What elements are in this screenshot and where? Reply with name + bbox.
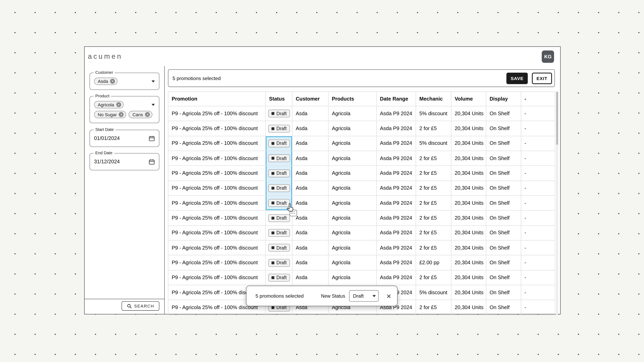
new-status-dropdown[interactable]: Draft xyxy=(349,290,379,302)
product-chip[interactable]: Agricola × xyxy=(94,101,123,108)
remove-chip-icon[interactable]: × xyxy=(119,112,124,117)
status-cell[interactable]: Draft xyxy=(266,240,292,255)
save-button[interactable]: SAVE xyxy=(506,72,528,84)
status-cell[interactable]: Draft xyxy=(266,181,292,195)
column-header-date-range[interactable]: Date Range xyxy=(376,92,416,106)
table-row[interactable]: P9 - Agricola 25% off - 100% discount Dr… xyxy=(168,240,555,255)
end-date-field[interactable]: End Date 31/12/2024 xyxy=(90,153,160,170)
column-header-status[interactable]: Status xyxy=(266,92,292,106)
customer-chip[interactable]: Asda × xyxy=(94,78,117,85)
column-header-promotion[interactable]: Promotion xyxy=(168,92,266,106)
start-date-field[interactable]: Start Date 01/01/2024 xyxy=(90,130,160,147)
status-cell[interactable]: Draft xyxy=(266,106,292,121)
calendar-icon[interactable] xyxy=(149,159,155,165)
table-row[interactable]: P9 - Agricola 25% off - 100% discount Dr… xyxy=(168,270,555,285)
product-chip[interactable]: Cans × xyxy=(129,111,152,118)
customer-select[interactable]: Customer Asda × xyxy=(90,73,160,90)
status-chip-label: Draft xyxy=(276,126,286,131)
user-avatar[interactable]: KG xyxy=(542,50,554,63)
status-chip[interactable]: Draft xyxy=(268,214,290,222)
end-date-value[interactable]: 31/12/2024 xyxy=(94,159,120,165)
chevron-down-icon xyxy=(373,295,376,297)
column-header-products[interactable]: Products xyxy=(328,92,376,106)
scrollbar-thumb[interactable] xyxy=(556,91,558,145)
chevron-down-icon[interactable] xyxy=(152,104,155,106)
customer-cell: Asda xyxy=(292,270,328,285)
start-date-value[interactable]: 01/01/2024 xyxy=(94,135,120,141)
table-row[interactable]: P9 - Agricola 25% off - 100% discount Dr… xyxy=(168,196,555,211)
remove-chip-icon[interactable]: × xyxy=(145,112,150,117)
status-chip-label: Draft xyxy=(276,186,286,190)
date-range-cell: Asda P9 2024 xyxy=(376,136,416,151)
volume-cell: 20,304 Units xyxy=(451,121,486,136)
status-cell[interactable]: Draft xyxy=(266,225,292,240)
products-cell: Agricola xyxy=(328,225,376,240)
product-chip-label: No Sugar xyxy=(98,112,117,117)
close-icon[interactable]: ✕ xyxy=(386,293,392,299)
column-header-extra[interactable]: - xyxy=(521,92,555,106)
sidebar-divider xyxy=(164,66,164,314)
table-scrollbar[interactable] xyxy=(556,91,558,315)
status-chip[interactable]: Draft xyxy=(268,154,290,162)
column-header-customer[interactable]: Customer xyxy=(292,92,328,106)
calendar-icon[interactable] xyxy=(149,135,155,141)
status-chip[interactable]: Draft xyxy=(268,229,290,237)
status-square-icon xyxy=(272,187,274,189)
volume-cell: 20,304 Units xyxy=(451,225,486,240)
status-chip[interactable]: Draft xyxy=(268,274,290,282)
table-row[interactable]: P9 - Agricola 25% off - 100% discount Dr… xyxy=(168,181,555,195)
product-chip[interactable]: No Sugar × xyxy=(94,111,126,118)
exit-button[interactable]: EXIT xyxy=(532,72,552,84)
table-row[interactable]: P9 - Agricola 25% off - 100% discount Dr… xyxy=(168,151,555,166)
remove-chip-icon[interactable]: × xyxy=(110,79,115,84)
column-header-display[interactable]: Display xyxy=(486,92,521,106)
status-cell[interactable]: Draft xyxy=(266,121,292,136)
remove-chip-icon[interactable]: × xyxy=(116,102,121,107)
display-cell: On Shelf xyxy=(486,181,521,195)
promotion-cell: P9 - Agricola 25% off - 100% discount xyxy=(168,181,266,195)
products-cell: Agricola xyxy=(328,136,376,151)
table-row[interactable]: P9 - Agricola 25% off - 100% discount Dr… xyxy=(168,121,555,136)
extra-cell: - xyxy=(521,106,555,121)
new-status-dropdown-value: Draft xyxy=(353,293,364,299)
display-cell: On Shelf xyxy=(486,196,521,211)
status-chip[interactable]: Draft xyxy=(268,169,290,177)
new-status-label: New Status xyxy=(321,293,345,298)
app-logo: acumen xyxy=(88,52,122,61)
table-row[interactable]: P9 - Agricola 25% off - 100% discount Dr… xyxy=(168,211,555,225)
status-square-icon xyxy=(272,157,274,160)
table-row[interactable]: P9 - Agricola 25% off - 100% discount Dr… xyxy=(168,166,555,181)
status-chip[interactable]: Draft xyxy=(268,259,290,267)
promotion-cell: P9 - Agricola 25% off - 100% discount xyxy=(168,106,266,121)
customer-cell: Asda xyxy=(292,151,328,166)
display-cell: On Shelf xyxy=(486,225,521,240)
status-chip[interactable]: Draft xyxy=(268,244,290,252)
status-square-icon xyxy=(272,142,274,145)
status-cell[interactable]: Draft xyxy=(266,166,292,181)
column-header-mechanic[interactable]: Mechanic xyxy=(416,92,451,106)
volume-cell: 20,304 Units xyxy=(451,136,486,151)
promotion-cell: P9 - Agricola 25% off - 100% discount xyxy=(168,151,266,166)
status-chip[interactable]: Draft xyxy=(268,124,290,132)
status-chip[interactable]: Draft xyxy=(268,110,290,117)
status-cell[interactable]: Draft xyxy=(266,136,292,151)
table-row[interactable]: P9 - Agricola 25% off - 100% discount Dr… xyxy=(168,106,555,121)
column-header-volume[interactable]: Volume xyxy=(451,92,486,106)
search-button[interactable]: SEARCH xyxy=(122,301,160,311)
desktop-background: acumen KG Customer Asda × Product Agrico… xyxy=(0,0,644,362)
status-square-icon xyxy=(272,172,274,175)
status-cell[interactable]: Draft xyxy=(266,151,292,166)
status-chip[interactable]: Draft xyxy=(268,184,290,192)
mechanic-cell: 2 for £5 xyxy=(416,225,451,240)
table-row[interactable]: P9 - Agricola 25% off - 100% discount Dr… xyxy=(168,255,555,270)
status-cell[interactable]: Draft xyxy=(266,270,292,285)
table-row[interactable]: P9 - Agricola 25% off - 100% discount Dr… xyxy=(168,136,555,151)
display-cell: On Shelf xyxy=(486,240,521,255)
mechanic-cell: 2 for £5 xyxy=(416,270,451,285)
table-row[interactable]: P9 - Agricola 25% off - 100% discount Dr… xyxy=(168,225,555,240)
display-cell: On Shelf xyxy=(486,166,521,181)
chevron-down-icon[interactable] xyxy=(152,80,155,82)
product-select[interactable]: Product Agricola × No Sugar × Cans xyxy=(90,96,160,123)
status-cell[interactable]: Draft xyxy=(266,255,292,270)
status-chip[interactable]: Draft xyxy=(268,140,290,147)
